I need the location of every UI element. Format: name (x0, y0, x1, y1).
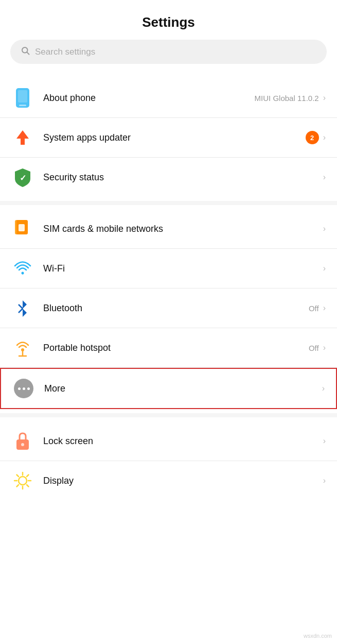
svg-line-21 (27, 485, 29, 487)
svg-rect-3 (19, 105, 26, 106)
svg-rect-8 (19, 224, 25, 231)
security-status-label: Security status (43, 172, 104, 183)
svg-point-14 (21, 443, 24, 446)
bluetooth-content: Bluetooth Off › (43, 303, 326, 314)
phone-icon (11, 87, 34, 109)
about-phone-value: MIUI Global 11.0.2 (255, 94, 319, 103)
sim-icon (11, 217, 34, 240)
search-icon (21, 46, 30, 58)
svg-text:✓: ✓ (20, 174, 26, 182)
sidebar-item-display[interactable]: Display › (0, 461, 337, 500)
more-content: More › (44, 383, 325, 394)
svg-line-23 (17, 485, 19, 487)
section-divider-2 (0, 413, 337, 417)
bluetooth-chevron: › (323, 303, 326, 313)
more-dot-1 (18, 387, 21, 390)
wifi-right: › (323, 264, 326, 273)
svg-point-9 (22, 272, 24, 275)
shield-icon: ✓ (11, 166, 34, 189)
more-chevron: › (322, 384, 325, 393)
wifi-icon (11, 257, 34, 280)
security-status-chevron: › (323, 173, 326, 182)
more-right: › (322, 384, 325, 393)
hotspot-chevron: › (323, 343, 326, 352)
bluetooth-right: Off › (309, 303, 326, 313)
wifi-content: Wi-Fi › (43, 263, 326, 274)
more-label: More (44, 383, 65, 394)
more-dot-3 (27, 387, 30, 390)
svg-line-22 (27, 475, 29, 477)
page-title: Settings (0, 0, 337, 40)
lock-screen-content: Lock screen › (43, 436, 326, 447)
update-icon (11, 126, 34, 149)
sidebar-item-sim-cards[interactable]: SIM cards & mobile networks › (0, 209, 337, 248)
svg-rect-4 (18, 90, 27, 103)
system-apps-chevron: › (323, 133, 326, 142)
display-icon (11, 469, 34, 492)
system-apps-right: 2 › (306, 131, 326, 144)
section-divider-1 (0, 201, 337, 205)
hotspot-label: Portable hotspot (43, 343, 111, 353)
sim-cards-right: › (323, 224, 326, 233)
sidebar-item-bluetooth[interactable]: Bluetooth Off › (0, 289, 337, 328)
sidebar-item-lock-screen[interactable]: Lock screen › (0, 421, 337, 461)
hotspot-icon (11, 336, 34, 359)
security-status-right: › (323, 173, 326, 182)
sidebar-item-system-apps-updater[interactable]: System apps updater 2 › (0, 118, 337, 157)
security-status-content: Security status › (43, 172, 326, 183)
section-connectivity: SIM cards & mobile networks › Wi-Fi › (0, 205, 337, 413)
system-apps-label: System apps updater (43, 132, 131, 143)
bluetooth-value: Off (309, 304, 319, 313)
about-phone-right: MIUI Global 11.0.2 › (255, 93, 326, 103)
display-label: Display (43, 476, 74, 486)
system-apps-badge: 2 (306, 131, 319, 144)
hotspot-value: Off (309, 344, 319, 352)
svg-point-15 (19, 477, 27, 485)
display-right: › (323, 476, 326, 485)
sidebar-item-security-status[interactable]: ✓ Security status › (0, 158, 337, 197)
about-phone-content: About phone MIUI Global 11.0.2 › (43, 93, 326, 104)
search-placeholder: Search settings (35, 47, 95, 57)
system-apps-content: System apps updater 2 › (43, 131, 326, 144)
lock-screen-right: › (323, 436, 326, 446)
display-content: Display › (43, 476, 326, 486)
lock-screen-chevron: › (323, 436, 326, 446)
lock-screen-label: Lock screen (43, 436, 93, 447)
bluetooth-icon (11, 297, 34, 319)
sim-cards-content: SIM cards & mobile networks › (43, 224, 326, 234)
sidebar-item-wifi[interactable]: Wi-Fi › (0, 249, 337, 288)
display-chevron: › (323, 476, 326, 485)
wifi-chevron: › (323, 264, 326, 273)
sidebar-item-portable-hotspot[interactable]: Portable hotspot Off › (0, 328, 337, 367)
lock-icon (11, 430, 34, 452)
sidebar-item-about-phone[interactable]: About phone MIUI Global 11.0.2 › (0, 78, 337, 117)
search-bar[interactable]: Search settings (10, 40, 327, 64)
bluetooth-label: Bluetooth (43, 303, 82, 314)
sim-cards-label: SIM cards & mobile networks (43, 224, 163, 234)
more-icon (12, 377, 35, 400)
svg-line-1 (27, 52, 29, 54)
sim-cards-chevron: › (323, 224, 326, 233)
svg-line-20 (17, 475, 19, 477)
search-bar-container: Search settings (0, 40, 337, 74)
section-display: Lock screen › Display › (0, 417, 337, 504)
wifi-label: Wi-Fi (43, 263, 65, 274)
hotspot-content: Portable hotspot Off › (43, 343, 326, 353)
sidebar-item-more[interactable]: More › (0, 368, 337, 409)
watermark: wsxdn.com (304, 633, 332, 639)
about-phone-label: About phone (43, 93, 96, 104)
about-phone-chevron: › (323, 93, 326, 103)
more-dot-2 (23, 387, 25, 390)
section-top: About phone MIUI Global 11.0.2 › System … (0, 74, 337, 201)
hotspot-right: Off › (309, 343, 326, 352)
